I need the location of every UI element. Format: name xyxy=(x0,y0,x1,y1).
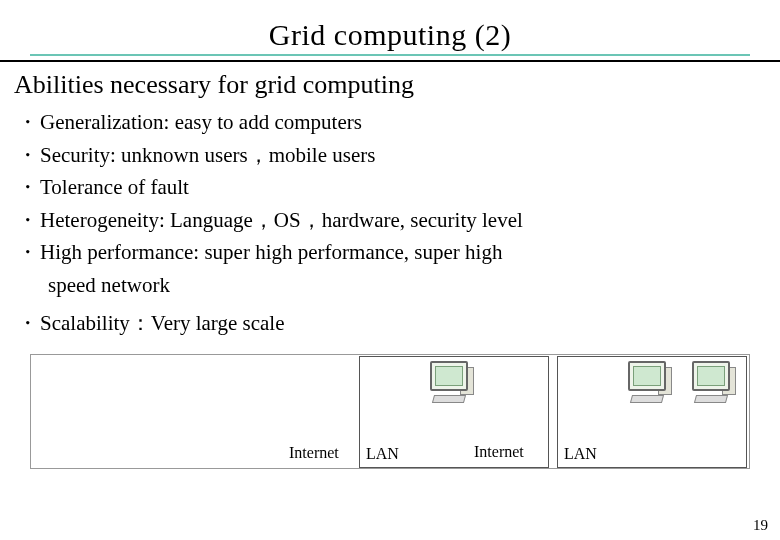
screen-icon xyxy=(633,366,661,386)
slide: Grid computing (2) Abilities necessary f… xyxy=(0,0,780,540)
computer-icon xyxy=(426,361,472,415)
bullet-item: ・ Tolerance of fault xyxy=(14,171,766,204)
bullet-continuation: speed network xyxy=(14,269,766,302)
lan-box: LAN Internet xyxy=(359,356,549,468)
keyboard-icon xyxy=(432,395,466,403)
computer-icon xyxy=(688,361,734,415)
lan-box: LAN xyxy=(557,356,747,468)
bullet-item: ・ Heterogeneity: Language，OS，hardware, s… xyxy=(14,204,766,237)
bullet-list: ・ Generalization: easy to add computers … xyxy=(0,106,780,340)
bullet-dot-icon: ・ xyxy=(14,171,40,204)
monitor-icon xyxy=(692,361,730,391)
bullet-item: ・ Scalability：Very large scale xyxy=(14,307,766,340)
keyboard-icon xyxy=(694,395,728,403)
lan-label: LAN xyxy=(564,445,597,463)
page-number: 19 xyxy=(753,517,768,534)
internet-label: Internet xyxy=(289,444,339,462)
screen-icon xyxy=(435,366,463,386)
bullet-text: Generalization: easy to add computers xyxy=(40,106,766,139)
lan-label: LAN xyxy=(366,445,399,463)
slide-title: Grid computing (2) xyxy=(269,18,511,52)
bullet-dot-icon: ・ xyxy=(14,204,40,237)
network-diagram: Internet LAN Internet LAN xyxy=(30,354,750,469)
computer-icon xyxy=(624,361,670,415)
bullet-text: Security: unknown users，mobile users xyxy=(40,139,766,172)
bullet-text: High performance: super high performance… xyxy=(40,236,766,269)
slide-subtitle: Abilities necessary for grid computing xyxy=(0,62,780,106)
bullet-text: Scalability：Very large scale xyxy=(40,307,766,340)
internet-label: Internet xyxy=(474,443,524,461)
screen-icon xyxy=(697,366,725,386)
bullet-text: Heterogeneity: Language，OS，hardware, sec… xyxy=(40,204,766,237)
bullet-item: ・ Security: unknown users，mobile users xyxy=(14,139,766,172)
bullet-item: ・ High performance: super high performan… xyxy=(14,236,766,269)
monitor-icon xyxy=(628,361,666,391)
keyboard-icon xyxy=(630,395,664,403)
title-wrap: Grid computing (2) xyxy=(0,0,780,56)
bullet-text: Tolerance of fault xyxy=(40,171,766,204)
monitor-icon xyxy=(430,361,468,391)
title-underline xyxy=(30,54,750,56)
bullet-item: ・ Generalization: easy to add computers xyxy=(14,106,766,139)
bullet-dot-icon: ・ xyxy=(14,106,40,139)
bullet-dot-icon: ・ xyxy=(14,139,40,172)
bullet-dot-icon: ・ xyxy=(14,307,40,340)
bullet-dot-icon: ・ xyxy=(14,236,40,269)
